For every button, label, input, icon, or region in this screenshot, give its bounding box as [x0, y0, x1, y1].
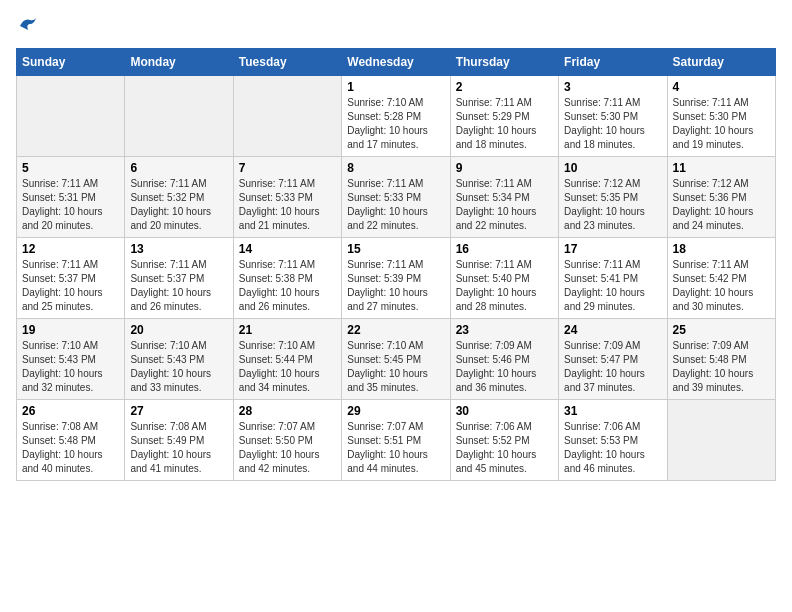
day-number: 30	[456, 404, 553, 418]
calendar-header-monday: Monday	[125, 49, 233, 76]
calendar-header-friday: Friday	[559, 49, 667, 76]
calendar-day-cell: 16Sunrise: 7:11 AM Sunset: 5:40 PM Dayli…	[450, 238, 558, 319]
calendar-day-cell: 30Sunrise: 7:06 AM Sunset: 5:52 PM Dayli…	[450, 400, 558, 481]
calendar-day-cell: 15Sunrise: 7:11 AM Sunset: 5:39 PM Dayli…	[342, 238, 450, 319]
calendar-day-cell: 21Sunrise: 7:10 AM Sunset: 5:44 PM Dayli…	[233, 319, 341, 400]
day-number: 25	[673, 323, 770, 337]
day-info: Sunrise: 7:10 AM Sunset: 5:43 PM Dayligh…	[22, 339, 119, 395]
calendar-week-row: 19Sunrise: 7:10 AM Sunset: 5:43 PM Dayli…	[17, 319, 776, 400]
day-info: Sunrise: 7:07 AM Sunset: 5:51 PM Dayligh…	[347, 420, 444, 476]
calendar-day-cell: 1Sunrise: 7:10 AM Sunset: 5:28 PM Daylig…	[342, 76, 450, 157]
day-number: 12	[22, 242, 119, 256]
day-number: 4	[673, 80, 770, 94]
day-info: Sunrise: 7:12 AM Sunset: 5:36 PM Dayligh…	[673, 177, 770, 233]
day-number: 9	[456, 161, 553, 175]
day-info: Sunrise: 7:09 AM Sunset: 5:46 PM Dayligh…	[456, 339, 553, 395]
calendar-day-cell: 14Sunrise: 7:11 AM Sunset: 5:38 PM Dayli…	[233, 238, 341, 319]
day-info: Sunrise: 7:11 AM Sunset: 5:33 PM Dayligh…	[239, 177, 336, 233]
calendar-day-cell: 10Sunrise: 7:12 AM Sunset: 5:35 PM Dayli…	[559, 157, 667, 238]
day-number: 18	[673, 242, 770, 256]
calendar-day-cell: 27Sunrise: 7:08 AM Sunset: 5:49 PM Dayli…	[125, 400, 233, 481]
logo	[16, 16, 38, 36]
calendar-day-cell: 5Sunrise: 7:11 AM Sunset: 5:31 PM Daylig…	[17, 157, 125, 238]
day-info: Sunrise: 7:11 AM Sunset: 5:41 PM Dayligh…	[564, 258, 661, 314]
calendar-header-thursday: Thursday	[450, 49, 558, 76]
day-number: 21	[239, 323, 336, 337]
calendar-header-wednesday: Wednesday	[342, 49, 450, 76]
calendar-day-cell: 18Sunrise: 7:11 AM Sunset: 5:42 PM Dayli…	[667, 238, 775, 319]
day-number: 1	[347, 80, 444, 94]
day-number: 19	[22, 323, 119, 337]
calendar-header-row: SundayMondayTuesdayWednesdayThursdayFrid…	[17, 49, 776, 76]
day-number: 28	[239, 404, 336, 418]
logo-bird-icon	[18, 16, 38, 36]
day-number: 16	[456, 242, 553, 256]
calendar-header-tuesday: Tuesday	[233, 49, 341, 76]
calendar-day-cell: 2Sunrise: 7:11 AM Sunset: 5:29 PM Daylig…	[450, 76, 558, 157]
day-number: 31	[564, 404, 661, 418]
day-info: Sunrise: 7:09 AM Sunset: 5:47 PM Dayligh…	[564, 339, 661, 395]
day-info: Sunrise: 7:08 AM Sunset: 5:49 PM Dayligh…	[130, 420, 227, 476]
calendar-day-cell: 22Sunrise: 7:10 AM Sunset: 5:45 PM Dayli…	[342, 319, 450, 400]
page-header	[16, 16, 776, 36]
calendar-day-cell: 26Sunrise: 7:08 AM Sunset: 5:48 PM Dayli…	[17, 400, 125, 481]
day-number: 11	[673, 161, 770, 175]
calendar-header-sunday: Sunday	[17, 49, 125, 76]
day-info: Sunrise: 7:11 AM Sunset: 5:29 PM Dayligh…	[456, 96, 553, 152]
day-info: Sunrise: 7:08 AM Sunset: 5:48 PM Dayligh…	[22, 420, 119, 476]
day-number: 8	[347, 161, 444, 175]
day-info: Sunrise: 7:11 AM Sunset: 5:38 PM Dayligh…	[239, 258, 336, 314]
day-number: 6	[130, 161, 227, 175]
day-info: Sunrise: 7:11 AM Sunset: 5:34 PM Dayligh…	[456, 177, 553, 233]
day-info: Sunrise: 7:11 AM Sunset: 5:31 PM Dayligh…	[22, 177, 119, 233]
day-info: Sunrise: 7:10 AM Sunset: 5:28 PM Dayligh…	[347, 96, 444, 152]
calendar-day-cell: 23Sunrise: 7:09 AM Sunset: 5:46 PM Dayli…	[450, 319, 558, 400]
day-info: Sunrise: 7:11 AM Sunset: 5:40 PM Dayligh…	[456, 258, 553, 314]
day-info: Sunrise: 7:11 AM Sunset: 5:33 PM Dayligh…	[347, 177, 444, 233]
day-info: Sunrise: 7:11 AM Sunset: 5:37 PM Dayligh…	[130, 258, 227, 314]
day-info: Sunrise: 7:06 AM Sunset: 5:53 PM Dayligh…	[564, 420, 661, 476]
calendar-day-cell	[125, 76, 233, 157]
calendar-day-cell	[667, 400, 775, 481]
day-number: 20	[130, 323, 227, 337]
day-info: Sunrise: 7:11 AM Sunset: 5:39 PM Dayligh…	[347, 258, 444, 314]
calendar-day-cell: 4Sunrise: 7:11 AM Sunset: 5:30 PM Daylig…	[667, 76, 775, 157]
calendar-day-cell: 6Sunrise: 7:11 AM Sunset: 5:32 PM Daylig…	[125, 157, 233, 238]
day-number: 24	[564, 323, 661, 337]
day-number: 29	[347, 404, 444, 418]
calendar-week-row: 12Sunrise: 7:11 AM Sunset: 5:37 PM Dayli…	[17, 238, 776, 319]
day-number: 27	[130, 404, 227, 418]
calendar-week-row: 1Sunrise: 7:10 AM Sunset: 5:28 PM Daylig…	[17, 76, 776, 157]
day-info: Sunrise: 7:12 AM Sunset: 5:35 PM Dayligh…	[564, 177, 661, 233]
day-info: Sunrise: 7:10 AM Sunset: 5:43 PM Dayligh…	[130, 339, 227, 395]
calendar-day-cell: 29Sunrise: 7:07 AM Sunset: 5:51 PM Dayli…	[342, 400, 450, 481]
calendar-day-cell: 7Sunrise: 7:11 AM Sunset: 5:33 PM Daylig…	[233, 157, 341, 238]
day-info: Sunrise: 7:07 AM Sunset: 5:50 PM Dayligh…	[239, 420, 336, 476]
day-number: 3	[564, 80, 661, 94]
day-number: 2	[456, 80, 553, 94]
calendar-day-cell: 24Sunrise: 7:09 AM Sunset: 5:47 PM Dayli…	[559, 319, 667, 400]
day-number: 10	[564, 161, 661, 175]
day-number: 7	[239, 161, 336, 175]
calendar-day-cell: 9Sunrise: 7:11 AM Sunset: 5:34 PM Daylig…	[450, 157, 558, 238]
calendar-header-saturday: Saturday	[667, 49, 775, 76]
day-info: Sunrise: 7:11 AM Sunset: 5:37 PM Dayligh…	[22, 258, 119, 314]
day-number: 26	[22, 404, 119, 418]
day-number: 14	[239, 242, 336, 256]
calendar-day-cell: 25Sunrise: 7:09 AM Sunset: 5:48 PM Dayli…	[667, 319, 775, 400]
calendar-day-cell: 19Sunrise: 7:10 AM Sunset: 5:43 PM Dayli…	[17, 319, 125, 400]
calendar-day-cell: 17Sunrise: 7:11 AM Sunset: 5:41 PM Dayli…	[559, 238, 667, 319]
day-number: 23	[456, 323, 553, 337]
day-info: Sunrise: 7:10 AM Sunset: 5:45 PM Dayligh…	[347, 339, 444, 395]
calendar-day-cell: 31Sunrise: 7:06 AM Sunset: 5:53 PM Dayli…	[559, 400, 667, 481]
calendar-day-cell	[17, 76, 125, 157]
day-info: Sunrise: 7:09 AM Sunset: 5:48 PM Dayligh…	[673, 339, 770, 395]
day-info: Sunrise: 7:10 AM Sunset: 5:44 PM Dayligh…	[239, 339, 336, 395]
calendar-day-cell: 20Sunrise: 7:10 AM Sunset: 5:43 PM Dayli…	[125, 319, 233, 400]
day-info: Sunrise: 7:06 AM Sunset: 5:52 PM Dayligh…	[456, 420, 553, 476]
calendar-week-row: 5Sunrise: 7:11 AM Sunset: 5:31 PM Daylig…	[17, 157, 776, 238]
calendar-day-cell	[233, 76, 341, 157]
day-number: 13	[130, 242, 227, 256]
calendar-day-cell: 12Sunrise: 7:11 AM Sunset: 5:37 PM Dayli…	[17, 238, 125, 319]
calendar-table: SundayMondayTuesdayWednesdayThursdayFrid…	[16, 48, 776, 481]
